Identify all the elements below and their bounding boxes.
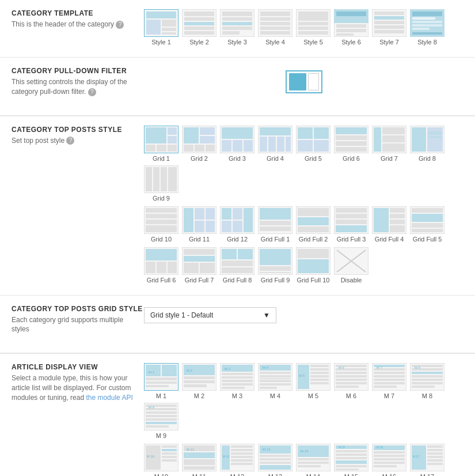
svg-rect-61 bbox=[195, 145, 204, 152]
article-m13[interactable]: M 13 M 13 bbox=[258, 444, 292, 476]
svg-rect-100 bbox=[146, 208, 177, 213]
category-style-2[interactable]: Style 2 bbox=[182, 9, 216, 46]
svg-rect-183 bbox=[222, 383, 253, 386]
svg-rect-147 bbox=[184, 256, 215, 262]
top-posts-grid-4[interactable]: Grid 4 bbox=[258, 126, 292, 162]
module-api-link[interactable]: the module API bbox=[86, 394, 132, 402]
svg-rect-134 bbox=[390, 225, 405, 232]
grid-full-10-thumb bbox=[296, 247, 330, 275]
svg-rect-34 bbox=[336, 33, 354, 36]
category-pulldown-section: CATEGORY PULL-DOWN FILTER This setting c… bbox=[0, 58, 475, 116]
svg-rect-5 bbox=[162, 32, 176, 35]
article-m1[interactable]: M 1 M 1 bbox=[144, 363, 178, 399]
grid-4-label: Grid 4 bbox=[267, 155, 284, 162]
top-posts-grid-2[interactable]: Grid 2 bbox=[182, 126, 216, 162]
category-top-posts-help[interactable]: ? bbox=[66, 137, 74, 145]
top-posts-grid-full-1[interactable]: Grid Full 1 bbox=[258, 206, 292, 243]
top-posts-grid-full-3[interactable]: Grid Full 3 bbox=[334, 206, 368, 243]
svg-rect-193 bbox=[260, 387, 277, 389]
svg-rect-260 bbox=[231, 459, 253, 462]
article-m7[interactable]: M 7 M 7 bbox=[372, 363, 406, 399]
svg-rect-175 bbox=[184, 380, 215, 383]
top-posts-grid-full-5[interactable]: Grid Full 5 bbox=[410, 206, 444, 243]
top-posts-grid-5[interactable]: Grid 5 bbox=[296, 126, 330, 162]
category-style-8[interactable]: Style 8 bbox=[410, 9, 444, 46]
category-style-1[interactable]: Style 1 bbox=[144, 9, 178, 46]
top-posts-grid-full-7[interactable]: Grid Full 7 bbox=[182, 247, 216, 284]
top-posts-grid-full-2[interactable]: Grid Full 2 bbox=[296, 206, 330, 243]
article-m6[interactable]: M 6 M 6 bbox=[334, 363, 368, 399]
svg-rect-101 bbox=[146, 214, 177, 218]
grid-full-7-thumb bbox=[182, 247, 216, 275]
article-m5[interactable]: M 5 M 5 bbox=[296, 363, 330, 399]
top-posts-grid-9[interactable]: Grid 9 bbox=[144, 165, 178, 202]
svg-rect-62 bbox=[206, 145, 215, 152]
article-m17[interactable]: M 17 M 17 bbox=[410, 444, 444, 476]
article-m12[interactable]: M 12 M 12 bbox=[220, 444, 254, 476]
top-posts-grid-7[interactable]: Grid 7 bbox=[372, 126, 406, 162]
svg-rect-296 bbox=[427, 449, 443, 451]
category-style-7[interactable]: Style 7 bbox=[372, 9, 406, 46]
top-posts-grid-10[interactable]: Grid 10 bbox=[144, 206, 178, 243]
top-posts-grid-12[interactable]: Grid 12 bbox=[220, 206, 254, 243]
svg-rect-244 bbox=[162, 452, 177, 455]
top-posts-grid-full-9[interactable]: Grid Full 9 bbox=[258, 247, 292, 284]
svg-rect-290 bbox=[374, 462, 405, 464]
svg-rect-181 bbox=[222, 376, 253, 379]
grid-full-4-label: Grid Full 4 bbox=[375, 236, 404, 243]
top-posts-grid-8[interactable]: Grid 8 bbox=[410, 126, 444, 162]
category-template-help[interactable]: ? bbox=[116, 21, 124, 29]
category-style-3[interactable]: Style 3 bbox=[220, 9, 254, 46]
svg-text:M 10: M 10 bbox=[147, 455, 155, 458]
top-posts-grid-full-6[interactable]: Grid Full 6 bbox=[144, 247, 178, 284]
category-style-6[interactable]: Style 6 bbox=[334, 9, 368, 46]
svg-rect-82 bbox=[336, 141, 367, 146]
article-m15[interactable]: M 15 M 15 bbox=[334, 444, 368, 476]
grid-full-6-label: Grid Full 6 bbox=[147, 277, 176, 284]
top-posts-grid-6[interactable]: Grid 6 bbox=[334, 126, 368, 162]
article-m16[interactable]: M 16 M 16 bbox=[372, 444, 406, 476]
category-grid-style-left: CATEGORY TOP POSTS GRID STYLE Each categ… bbox=[12, 305, 144, 342]
top-posts-grid-11[interactable]: Grid 11 bbox=[182, 206, 216, 243]
svg-rect-111 bbox=[222, 208, 231, 220]
category-grid-style-desc: Each category grid supports multiple sty… bbox=[12, 315, 138, 335]
article-m2[interactable]: M 2 M 2 bbox=[182, 363, 216, 399]
top-posts-grid-1[interactable]: Grid 1 bbox=[144, 126, 178, 162]
svg-rect-148 bbox=[184, 263, 199, 273]
article-m10[interactable]: M 10 M 10 bbox=[144, 444, 178, 476]
category-template-grid: Style 1 Style 2 bbox=[144, 9, 463, 46]
svg-rect-126 bbox=[336, 214, 367, 218]
article-m14[interactable]: M 14 M 14 bbox=[296, 444, 330, 476]
article-m8[interactable]: M 8 M 8 bbox=[410, 363, 444, 399]
top-posts-grid-full-8[interactable]: Grid Full 8 bbox=[220, 247, 254, 284]
pulldown-filter-thumb[interactable] bbox=[144, 70, 463, 93]
article-display-title: ARTICLE DISPLAY VIEW bbox=[12, 363, 144, 371]
dropdown-arrow-icon: ▼ bbox=[263, 311, 270, 319]
svg-text:M 13: M 13 bbox=[263, 448, 271, 451]
article-m3[interactable]: M 3 M 3 bbox=[220, 363, 254, 399]
top-posts-grid-full-4[interactable]: Grid Full 4 bbox=[372, 206, 406, 243]
article-m11[interactable]: M 11 M 11 bbox=[182, 444, 216, 476]
top-posts-disable[interactable]: Disable bbox=[334, 247, 368, 284]
article-m4[interactable]: M 4 M 4 bbox=[258, 363, 292, 399]
grid-11-thumb bbox=[182, 206, 216, 234]
svg-rect-102 bbox=[146, 220, 177, 224]
svg-rect-272 bbox=[298, 458, 329, 460]
svg-rect-225 bbox=[412, 372, 443, 374]
category-pulldown-help[interactable]: ? bbox=[88, 88, 96, 96]
svg-rect-70 bbox=[260, 137, 267, 152]
svg-rect-65 bbox=[222, 140, 231, 152]
svg-rect-236 bbox=[146, 418, 177, 421]
svg-rect-21 bbox=[260, 22, 290, 25]
style-7-label: Style 7 bbox=[379, 39, 399, 46]
category-top-posts-title: CATEGORY TOP POSTS STYLE bbox=[12, 126, 144, 134]
svg-rect-180 bbox=[222, 373, 253, 375]
category-style-4[interactable]: Style 4 bbox=[258, 9, 292, 46]
grid-style-dropdown[interactable]: Grid style 1 - Default ▼ bbox=[144, 307, 276, 323]
svg-rect-106 bbox=[195, 208, 204, 220]
svg-rect-15 bbox=[222, 22, 252, 25]
article-m9[interactable]: M 9 M 9 bbox=[144, 403, 178, 439]
category-style-5[interactable]: Style 5 bbox=[296, 9, 330, 46]
top-posts-grid-full-10[interactable]: Grid Full 10 bbox=[296, 247, 330, 284]
top-posts-grid-3[interactable]: Grid 3 bbox=[220, 126, 254, 162]
